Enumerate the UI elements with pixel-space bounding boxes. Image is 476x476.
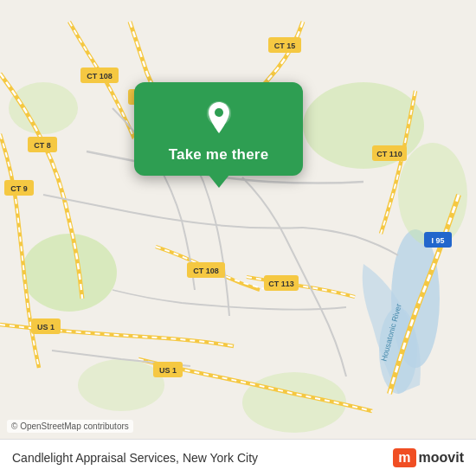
svg-text:US 1: US 1 xyxy=(159,366,177,375)
svg-text:CT 108: CT 108 xyxy=(193,267,219,275)
moovit-wordmark: moovit xyxy=(419,450,464,466)
svg-text:I 95: I 95 xyxy=(431,236,444,245)
bottom-bar: Candlelight Appraisal Services, New York… xyxy=(0,439,476,476)
svg-point-32 xyxy=(215,108,223,117)
svg-point-6 xyxy=(78,359,164,411)
map-container: CT 15 CT 15 CT 108 CT 8 CT 9 CT 110 CT 1… xyxy=(0,0,476,476)
svg-text:CT 113: CT 113 xyxy=(268,280,294,288)
svg-text:CT 8: CT 8 xyxy=(34,141,51,150)
popup-label: Take me there xyxy=(169,146,269,164)
svg-point-2 xyxy=(22,234,117,312)
location-popup[interactable]: Take me there xyxy=(134,82,303,176)
moovit-m-letter: m xyxy=(393,448,415,467)
location-pin-icon xyxy=(199,98,239,138)
osm-attribution: © OpenStreetMap contributors xyxy=(7,420,133,433)
svg-text:CT 108: CT 108 xyxy=(87,72,113,80)
svg-text:CT 15: CT 15 xyxy=(274,42,296,50)
location-title: Candlelight Appraisal Services, New York… xyxy=(12,451,258,465)
svg-text:CT 9: CT 9 xyxy=(10,184,28,193)
svg-point-7 xyxy=(9,82,78,134)
svg-text:CT 110: CT 110 xyxy=(376,150,402,158)
svg-text:US 1: US 1 xyxy=(37,323,55,331)
moovit-logo: m moovit xyxy=(393,448,464,467)
map-roads: CT 15 CT 15 CT 108 CT 8 CT 9 CT 110 CT 1… xyxy=(0,0,476,476)
